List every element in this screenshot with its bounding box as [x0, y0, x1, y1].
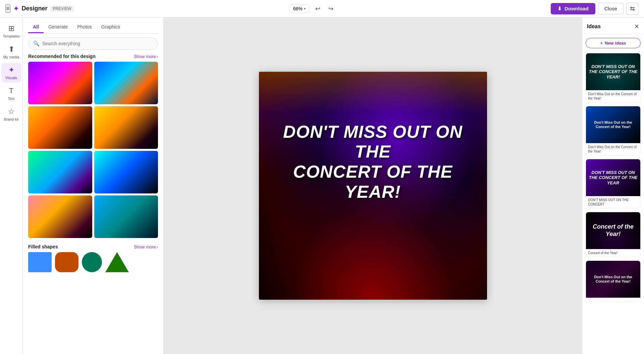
- topbar: ≡ ✦ Designer PREVIEW 66% ▾ ↩ ↪ ⬇ Downloa…: [0, 0, 644, 17]
- list-item[interactable]: Concert of the Year! Concert of the Year…: [586, 212, 641, 257]
- share-button[interactable]: ⇆: [626, 3, 639, 15]
- chevron-right-icon: ›: [157, 54, 158, 59]
- sidebar-item-my-media-label: My media: [3, 55, 19, 59]
- idea-thumbnail-1: DON'T MISS OUT ON THE CONCERT OF THE YEA…: [586, 53, 640, 90]
- close-panel-button[interactable]: ✕: [634, 23, 639, 30]
- idea-label-5: [586, 298, 640, 301]
- list-item[interactable]: Don't Miss Out on the Concert of the Yea…: [586, 106, 641, 156]
- right-panel-header: Ideas ✕: [582, 17, 644, 35]
- app-logo-icon: ✦: [13, 4, 19, 13]
- chevron-down-icon: ▾: [304, 7, 306, 10]
- tabs-row: All Generate Photos Graphics: [28, 21, 158, 34]
- idea-label-1: Don't Miss Out on the Concert of the Yea…: [586, 90, 640, 102]
- sidebar-item-brand-kit[interactable]: ☆ Brand kit: [1, 105, 21, 124]
- list-item[interactable]: [82, 252, 102, 272]
- zoom-control[interactable]: 66% ▾: [289, 4, 309, 13]
- idea-thumbnail-4: Concert of the Year!: [586, 212, 640, 249]
- list-item[interactable]: [94, 151, 158, 193]
- list-item[interactable]: [105, 252, 129, 272]
- canvas-area: DON'T MISS OUT ON THE CONCERT OF THE YEA…: [164, 17, 582, 354]
- main-area: ⊞ Templates ⬆ My media ✦ Visuals T Text …: [0, 17, 644, 354]
- text-icon: T: [9, 86, 13, 95]
- list-item[interactable]: [55, 252, 78, 272]
- idea-thumbnail-3: DON'T MISS OUT ON THE CONCERT OF THE YEA…: [586, 159, 640, 196]
- canvas-headline-text[interactable]: DON'T MISS OUT ON THE CONCERT OF THE YEA…: [259, 122, 487, 202]
- canvas-card: DON'T MISS OUT ON THE CONCERT OF THE YEA…: [259, 72, 487, 300]
- list-item[interactable]: [94, 62, 158, 104]
- list-item[interactable]: [28, 151, 92, 193]
- topbar-right: ⬇ Download Close ⇆: [551, 3, 639, 15]
- show-more-shapes-label: Show more: [134, 244, 156, 249]
- tab-all[interactable]: All: [28, 21, 44, 33]
- plus-icon: +: [600, 41, 603, 46]
- idea-label-3: DON'T MISS OUT ON THE CONCERT: [586, 196, 640, 208]
- new-ideas-button[interactable]: + New ideas: [586, 38, 641, 48]
- search-input[interactable]: [42, 41, 153, 46]
- list-item[interactable]: [28, 106, 92, 149]
- visuals-icon: ✦: [8, 66, 14, 74]
- left-panel-inner: All Generate Photos Graphics 🔍 Recommend…: [23, 17, 163, 354]
- download-label: Download: [565, 6, 589, 11]
- download-button[interactable]: ⬇ Download: [551, 3, 595, 14]
- image-grid-recommended: [28, 62, 158, 238]
- list-item[interactable]: [28, 195, 92, 238]
- icon-sidebar: ⊞ Templates ⬆ My media ✦ Visuals T Text …: [0, 17, 23, 354]
- list-item[interactable]: [28, 62, 92, 104]
- idea-label-4: Concert of the Year!: [586, 249, 640, 257]
- tab-graphics[interactable]: Graphics: [97, 21, 125, 33]
- search-box[interactable]: 🔍: [28, 38, 158, 50]
- right-panel-title: Ideas: [587, 23, 601, 30]
- new-ideas-label: New ideas: [605, 41, 626, 46]
- chevron-right-icon: ›: [157, 244, 158, 249]
- sidebar-item-text[interactable]: T Text: [1, 84, 21, 103]
- tab-photos[interactable]: Photos: [72, 21, 97, 33]
- zoom-level: 66%: [293, 6, 303, 11]
- list-item[interactable]: DON'T MISS OUT ON THE CONCERT OF THE YEA…: [586, 159, 641, 209]
- shape-circle: [82, 252, 102, 272]
- sidebar-item-templates[interactable]: ⊞ Templates: [1, 21, 21, 41]
- shape-triangle: [105, 252, 129, 272]
- topbar-center: 66% ▾ ↩ ↪: [289, 3, 335, 14]
- left-panel: All Generate Photos Graphics 🔍 Recommend…: [23, 17, 164, 354]
- sidebar-item-visuals[interactable]: ✦ Visuals: [1, 63, 21, 82]
- templates-icon: ⊞: [8, 24, 14, 33]
- idea-thumbnail-5: Don't Miss Out on the Concert of the Yea…: [586, 261, 640, 298]
- preview-badge: PREVIEW: [50, 6, 74, 12]
- search-icon: 🔍: [33, 41, 40, 47]
- download-icon: ⬇: [557, 6, 562, 12]
- list-item[interactable]: [94, 195, 158, 238]
- show-more-recommended-label: Show more: [134, 54, 156, 59]
- shape-rounded-rect: [55, 252, 78, 272]
- shapes-grid: [28, 252, 158, 272]
- sidebar-item-brand-kit-label: Brand kit: [4, 117, 18, 121]
- close-button[interactable]: Close: [598, 3, 624, 14]
- right-panel: Ideas ✕ + New ideas DON'T MISS OUT ON TH…: [582, 17, 644, 354]
- recommended-title: Recommended for this design: [28, 54, 96, 59]
- topbar-left: ≡ ✦ Designer PREVIEW: [5, 4, 74, 13]
- list-item[interactable]: [94, 106, 158, 149]
- sidebar-item-visuals-label: Visuals: [5, 76, 17, 80]
- show-more-shapes[interactable]: Show more ›: [134, 244, 158, 249]
- tab-generate[interactable]: Generate: [44, 21, 72, 33]
- shape-square: [28, 252, 52, 272]
- hamburger-menu-button[interactable]: ≡: [5, 4, 10, 13]
- brand-kit-icon: ☆: [8, 107, 15, 116]
- sidebar-item-my-media[interactable]: ⬆ My media: [1, 42, 21, 62]
- idea-thumbnail-2: Don't Miss Out on the Concert of the Yea…: [586, 106, 640, 143]
- canvas-text-line2: CONCERT OF THE YEAR!: [269, 162, 477, 202]
- show-more-recommended[interactable]: Show more ›: [134, 54, 158, 59]
- canvas-text-line1: DON'T MISS OUT ON THE: [269, 122, 477, 162]
- panel-scroll: Recommended for this design Show more ›: [28, 54, 158, 350]
- list-item[interactable]: Don't Miss Out on the Concert of the Yea…: [586, 260, 641, 301]
- redo-button[interactable]: ↪: [326, 3, 335, 14]
- shapes-title: Filled shapes: [28, 244, 58, 249]
- list-item[interactable]: DON'T MISS OUT ON THE CONCERT OF THE YEA…: [586, 53, 641, 103]
- app-title: Designer: [22, 5, 48, 12]
- shapes-section-header: Filled shapes Show more ›: [28, 244, 158, 249]
- ideas-scroll: DON'T MISS OUT ON THE CONCERT OF THE YEA…: [582, 50, 644, 354]
- list-item[interactable]: [28, 252, 52, 272]
- sidebar-item-templates-label: Templates: [3, 34, 19, 38]
- my-media-icon: ⬆: [8, 45, 14, 54]
- idea-label-2: Don't Miss Out on the Concert of the Yea…: [586, 143, 640, 155]
- undo-button[interactable]: ↩: [313, 3, 322, 14]
